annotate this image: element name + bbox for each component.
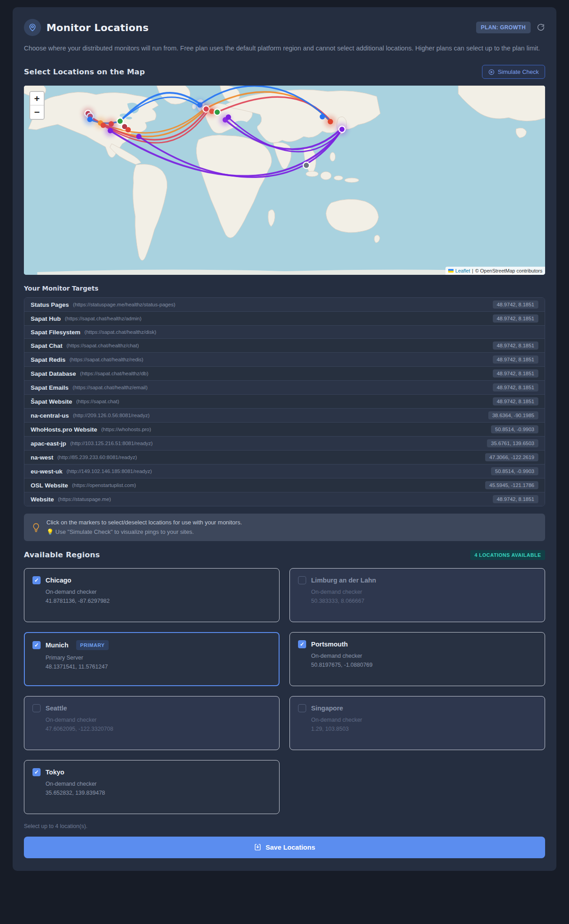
target-coords-badge: 48.9742, 8.1851 [493,341,538,350]
save-locations-label: Save Locations [266,843,315,851]
zoom-out-button[interactable]: − [30,105,44,119]
map-zoom-control: + − [29,91,45,120]
region-card-munich[interactable]: ✓MunichPRIMARY Primary Server 48.1371541… [24,632,280,686]
map-marker[interactable] [214,109,220,115]
target-url: (https://sapat.chat) [76,399,119,404]
table-row: Sapat Hub(https://sapat.chat/healthz/adm… [24,312,545,326]
target-coords-badge: 38.6364, -90.1985 [488,411,538,419]
monitor-targets-list: Status Pages(https://statuspage.me/healt… [24,297,545,506]
target-coords-badge: 45.5945, -121.1786 [485,481,538,489]
table-row: WhoHosts.pro Website(https://whohosts.pr… [24,423,545,437]
plan-badge: PLAN: GROWTH [476,22,531,33]
zoom-in-button[interactable]: + [30,92,44,105]
region-name: Portsmouth [311,641,348,648]
target-name: Website [31,496,54,503]
target-coords-badge: 48.9742, 8.1851 [493,355,538,364]
target-url: (https://sapat.chat/healthz/admin) [65,316,142,321]
target-name: Sapat Database [31,370,76,377]
table-row: Website(https://statuspage.me)48.9742, 8… [24,492,545,506]
monitor-locations-panel: Monitor Locations PLAN: GROWTH Choose wh… [13,7,556,871]
checkbox-checked[interactable]: ✓ [32,768,41,776]
region-cards-grid: ✓Chicago On-demand checker 41.8781136, -… [24,568,545,814]
map-attribution: Leaflet | © OpenStreetMap contributors [445,267,545,275]
region-card-seattle[interactable]: Seattle On-demand checker 47.6062095, -1… [24,696,280,750]
region-name: Singapore [311,705,343,712]
target-name: OSL Website [31,482,68,489]
target-coords-badge: 48.9742, 8.1851 [493,397,538,405]
target-url: (https://sapat.chat/healthz/chat) [67,343,139,348]
map-marker[interactable] [303,162,309,168]
target-name: Sapat Redis [31,356,65,363]
region-card-singapore[interactable]: Singapore On-demand checker 1.29, 103.85… [289,696,545,750]
region-type: Primary Server [46,655,271,661]
target-coords-badge: 50.8514, -0.9903 [491,467,538,475]
map-marker[interactable] [136,134,142,139]
locations-available-badge: 4 LOCATIONS AVAILABLE [470,550,545,560]
region-coords: 50.8197675, -1.0880769 [311,662,537,668]
region-type: On-demand checker [311,717,537,723]
target-url: (http://103.125.216.51:8081/readyz) [70,441,153,446]
region-coords: 35.652832, 139.839478 [46,790,271,796]
table-row: eu-west-uk(http://149.102.146.185:8081/r… [24,464,545,478]
table-row: OSL Website(https://openstartuplist.com)… [24,478,545,492]
target-url: (https://statuspage.me/healthz/status-pa… [73,302,175,307]
checkbox-checked[interactable]: ✓ [32,576,41,584]
region-name: Tokyo [46,769,64,776]
table-row: na-west(http://85.239.233.60:8081/readyz… [24,451,545,464]
region-coords: 1.29, 103.8503 [311,726,537,732]
header: Monitor Locations PLAN: GROWTH [24,19,545,36]
map-marker[interactable] [320,114,325,119]
region-card-portsmouth[interactable]: ✓Portsmouth On-demand checker 50.8197675… [289,632,545,686]
save-icon [254,843,262,851]
map-marker[interactable] [101,123,106,128]
checkbox-unchecked[interactable] [298,704,306,712]
region-name: Limburg an der Lahn [311,577,376,584]
map-marker[interactable] [339,126,345,132]
checkbox-unchecked[interactable] [298,576,306,584]
checkbox-unchecked[interactable] [32,704,41,712]
target-name: WhoHosts.pro Website [31,426,97,433]
region-name: Chicago [46,577,71,584]
region-card-tokyo[interactable]: ✓Tokyo On-demand checker 35.652832, 139.… [24,760,280,814]
selection-limit-note: Select up to 4 location(s). [24,823,545,829]
tip-line-2: 💡 Use "Simulate Check" to visualize ping… [46,528,242,537]
table-row: Šapat Website(https://sapat.chat)48.9742… [24,395,545,409]
simulate-check-button[interactable]: Simulate Check [482,65,545,79]
attribution-separator: | [472,268,473,273]
target-coords-badge: 47.3066, -122.2619 [485,453,538,461]
table-row: Sapat Filesystem(https://sapat.chat/heal… [24,326,545,339]
refresh-icon[interactable] [537,23,545,32]
map-marker[interactable] [328,119,333,124]
target-coords-badge: 48.9742, 8.1851 [493,314,538,323]
target-name: na-west [31,454,53,461]
leaflet-link[interactable]: Leaflet [455,268,470,273]
target-name: na-central-us [31,412,69,419]
target-name: eu-west-uk [31,468,63,475]
target-url: (http://209.126.0.56:8081/readyz) [73,413,150,418]
region-card-chicago[interactable]: ✓Chicago On-demand checker 41.8781136, -… [24,568,280,622]
checkbox-checked[interactable]: ✓ [32,641,41,649]
map-marker[interactable] [87,117,92,122]
target-url: (https://whohosts.pro) [101,427,151,432]
map-marker[interactable] [117,118,123,124]
target-name: Sapat Chat [31,342,63,349]
target-coords-badge: 48.9742, 8.1851 [493,300,538,309]
map-marker[interactable] [108,128,113,133]
save-locations-button[interactable]: Save Locations [24,837,545,858]
target-url: (https://sapat.chat/healthz/db) [80,371,149,376]
play-circle-icon [488,69,495,75]
map-marker[interactable] [226,114,231,120]
target-coords-badge: 48.9742, 8.1851 [493,495,538,503]
table-row: apac-east-jp(http://103.125.216.51:8081/… [24,437,545,451]
simulate-check-label: Simulate Check [498,68,539,75]
region-type: On-demand checker [311,589,537,595]
region-card-limburg[interactable]: Limburg an der Lahn On-demand checker 50… [289,568,545,622]
target-name: Sapat Emails [31,384,69,391]
region-type: On-demand checker [46,781,271,787]
target-coords-badge: 48.9742, 8.1851 [493,369,538,378]
map-marker[interactable] [125,127,131,132]
region-type: On-demand checker [46,589,271,595]
leaflet-map[interactable]: + − Leaflet | © OpenStreetMap contributo… [24,86,545,275]
checkbox-checked[interactable]: ✓ [298,640,306,648]
target-name: apac-east-jp [31,440,66,447]
